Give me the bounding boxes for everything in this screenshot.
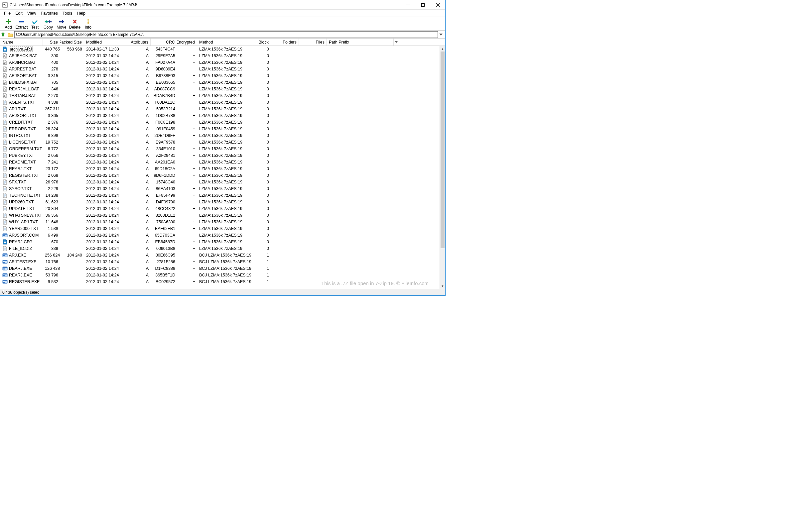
file-row[interactable]: TECHNOTE.TXT14 2882012-01-02 14:24AEF85F… (0, 192, 445, 199)
file-row[interactable]: README.TXT7 2412012-01-02 14:24AAA201EA0… (0, 159, 445, 166)
file-row[interactable]: archive.ARJ440 765563 9682014-02-17 11:3… (0, 46, 445, 53)
cell-block: 0 (253, 186, 271, 191)
column-modified[interactable]: Modified (84, 39, 130, 45)
file-icon (2, 153, 8, 158)
close-button[interactable] (430, 0, 445, 9)
maximize-button[interactable] (415, 0, 430, 9)
column-pathprefix[interactable]: Path Prefix (327, 39, 393, 45)
file-row[interactable]: CREDIT.TXT2 3762012-01-02 14:24AF0C8E198… (0, 119, 445, 126)
cell-attr: A (130, 140, 151, 145)
status-text: 0 / 36 object(s) selec (2, 290, 39, 295)
column-method[interactable]: Method (197, 39, 253, 45)
file-row[interactable]: ARJREST.BAT2782012-01-02 14:24A9D6089E4+… (0, 66, 445, 73)
scroll-down-icon[interactable]: ▼ (440, 283, 445, 289)
file-row[interactable]: ORDERFRM.TXT6 7722012-01-02 14:24A334E10… (0, 146, 445, 152)
svg-rect-123 (3, 275, 5, 276)
file-row[interactable]: ARJTEST.EXE10 7662012-01-02 14:24A2781F2… (0, 259, 445, 265)
file-row[interactable]: WHY_ARJ.TXT11 6482012-01-02 14:24A750A63… (0, 218, 445, 225)
header-scroll-spacer (393, 39, 399, 45)
cell-enc: + (177, 200, 197, 204)
delete-button[interactable]: Delete (68, 18, 81, 30)
file-row[interactable]: SFX.TXT26 9762012-01-02 14:24A15748C40+L… (0, 179, 445, 185)
file-row[interactable]: SYSOP.TXT2 2292012-01-02 14:24A86EA4103+… (0, 185, 445, 192)
file-row[interactable]: ARJSORT.COM6 4992012-01-02 14:24A65D703C… (0, 232, 445, 239)
file-row[interactable]: UPDATE.TXT20 8042012-01-02 14:24A48CC482… (0, 205, 445, 212)
cell-enc: + (177, 100, 197, 105)
column-crc[interactable]: CRC (151, 39, 177, 45)
scroll-up-icon[interactable]: ▲ (440, 46, 445, 52)
scroll-thumb[interactable] (441, 52, 445, 248)
file-row[interactable]: REGISTER.TXT2 0682012-01-02 14:24A8D6F1D… (0, 172, 445, 179)
cell-method: LZMA:1536k 7zAES:19 (197, 67, 253, 72)
check-icon (28, 18, 41, 25)
file-row[interactable]: UPD260.TXT61 6232012-01-02 14:24AD4F0979… (0, 199, 445, 205)
file-row[interactable]: PUBKEY.TXT2 0562012-01-02 14:24AA2F29481… (0, 152, 445, 159)
cell-attr: A (130, 54, 151, 58)
cell-attr: A (130, 60, 151, 65)
file-row[interactable]: ERRORS.TXT26 3242012-01-02 14:24A091F045… (0, 126, 445, 132)
file-row[interactable]: INTRO.TXT8 8982012-01-02 14:24A2DE4D9FF+… (0, 132, 445, 139)
add-button[interactable]: Add (2, 18, 15, 30)
extract-button[interactable]: Extract (15, 18, 28, 30)
address-input[interactable]: C:\Users\SharpenedProductions\Desktop\Fi… (14, 31, 438, 38)
file-row[interactable]: REARJ.CFG6702012-01-02 14:24AEB64587D+LZ… (0, 239, 445, 245)
file-row[interactable]: ARJ.EXE256 624184 2402012-01-02 14:24A80… (0, 252, 445, 259)
column-folders[interactable]: Folders (271, 39, 299, 45)
cell-attr: A (130, 253, 151, 258)
svg-rect-120 (3, 268, 5, 269)
menu-view[interactable]: View (25, 10, 39, 16)
cell-block: 0 (253, 160, 271, 165)
file-row[interactable]: ARJSORT.TXT3 3652012-01-02 14:24A1D02B78… (0, 112, 445, 119)
cell-crc: 334E1010 (151, 147, 177, 151)
file-row[interactable]: ARJ.TXT267 3112012-01-02 14:24A5053B214+… (0, 106, 445, 112)
file-row[interactable]: ARJSORT.BAT3 3152012-01-02 14:24AB9738F9… (0, 73, 445, 79)
column-block[interactable]: Block (253, 39, 271, 45)
cell-crc: 750A6390 (151, 220, 177, 224)
menu-tools[interactable]: Tools (60, 10, 74, 16)
cell-crc: 80E66C95 (151, 253, 177, 258)
menu-file[interactable]: File (2, 10, 13, 16)
column-files[interactable]: Files (299, 39, 327, 45)
file-row[interactable]: LICENSE.TXT19 7522012-01-02 14:24AE9AF95… (0, 139, 445, 146)
cell-attr: A (130, 73, 151, 78)
file-row[interactable]: AGENTS.TXT4 3382012-01-02 14:24AF00DA11C… (0, 99, 445, 106)
menu-edit[interactable]: Edit (13, 10, 25, 16)
address-dropdown-icon[interactable] (439, 34, 445, 36)
file-row[interactable]: ARJBACK.BAT3902012-01-02 14:24A29E9F7A5+… (0, 53, 445, 59)
file-row[interactable]: YEAR2000.TXT1 5382012-01-02 14:24AEAF62F… (0, 225, 445, 232)
column-name[interactable]: Name (0, 39, 43, 45)
minimize-button[interactable] (400, 0, 415, 9)
scroll-track[interactable] (440, 52, 445, 283)
vertical-scrollbar[interactable]: ▲ ▼ (440, 46, 445, 289)
file-icon (2, 239, 8, 245)
menu-favorites[interactable]: Favorites (39, 10, 60, 16)
copy-button[interactable]: Copy (41, 18, 55, 30)
file-row[interactable]: BUILDSFX.BAT7052012-01-02 14:24AEE033665… (0, 79, 445, 86)
file-icon (2, 193, 8, 198)
test-button[interactable]: Test (28, 18, 41, 30)
cell-crc: 365B5F1D (151, 273, 177, 278)
file-row[interactable]: WHATSNEW.TXT36 3562012-01-02 14:24A8203D… (0, 212, 445, 218)
file-row[interactable]: REARJ.EXE53 7962012-01-02 14:24A365B5F1D… (0, 272, 445, 279)
cell-size: 2 376 (43, 120, 60, 125)
cell-method: LZMA:1536k 7zAES:19 (197, 54, 253, 58)
menu-help[interactable]: Help (74, 10, 88, 16)
file-row[interactable]: DEARJ.EXE126 4382012-01-02 14:24AD1FC838… (0, 265, 445, 272)
cell-modified: 2012-01-02 14:24 (84, 253, 130, 258)
up-icon[interactable] (1, 32, 6, 37)
plus-icon (2, 18, 15, 25)
file-row[interactable]: FILE_ID.DIZ3392012-01-02 14:24A009013B8+… (0, 245, 445, 252)
info-button[interactable]: Info (81, 18, 95, 30)
file-row[interactable]: TESTARJ.BAT2 2702012-01-02 14:24ABDAB7B4… (0, 92, 445, 99)
file-list[interactable]: archive.ARJ440 765563 9682014-02-17 11:3… (0, 46, 445, 289)
cell-modified: 2012-01-02 14:24 (84, 180, 130, 185)
column-attr[interactable]: Attributes (130, 39, 151, 45)
file-row[interactable]: REARJALL.BAT3462012-01-02 14:24AAD087CC9… (0, 86, 445, 92)
file-row[interactable]: REARJ.TXT23 1722012-01-02 14:24A69D18C2A… (0, 166, 445, 172)
file-row[interactable]: ARJINCR.BAT4002012-01-02 14:24AFA027A4A+… (0, 59, 445, 66)
cell-crc: AA201EA0 (151, 160, 177, 165)
column-packed[interactable]: Packed Size (60, 39, 84, 45)
column-size[interactable]: Size (43, 39, 60, 45)
column-enc[interactable]: Encrypted (177, 39, 197, 45)
move-button[interactable]: Move (55, 18, 68, 30)
